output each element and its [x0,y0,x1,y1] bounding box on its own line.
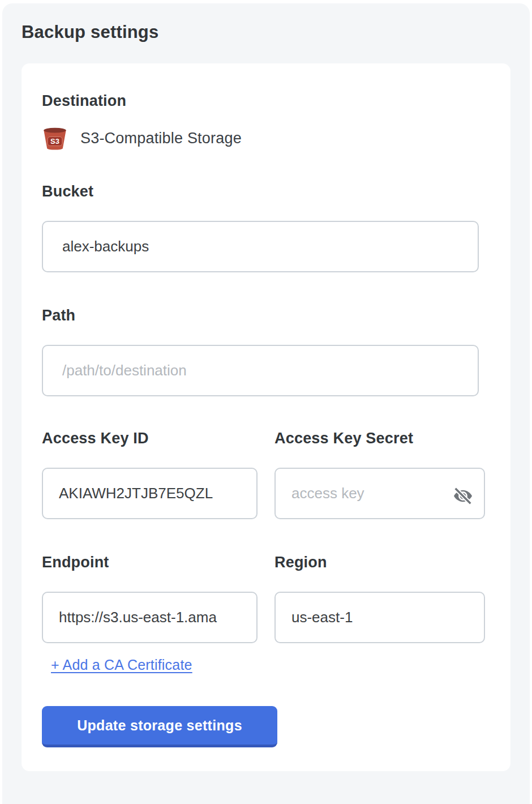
bucket-label: Bucket [42,182,479,200]
access-key-secret-label: Access Key Secret [274,429,485,447]
access-key-row: Access Key ID Access Key Secret [42,429,479,519]
path-label: Path [42,306,479,324]
bucket-input[interactable] [42,221,479,272]
destination-label: Destination [42,92,479,110]
svg-text:S3: S3 [50,137,59,146]
endpoint-region-row: Endpoint Region [42,553,479,643]
access-key-id-input[interactable] [42,468,258,519]
destination-row: S3 S3-Compatible Storage [42,125,479,152]
region-input[interactable] [274,592,485,643]
add-ca-certificate-link[interactable]: + Add a CA Certificate [51,657,192,673]
region-label: Region [274,553,485,571]
endpoint-input[interactable] [42,592,258,643]
update-storage-settings-button[interactable]: Update storage settings [42,706,277,747]
access-key-secret-field [274,468,485,519]
destination-value: S3-Compatible Storage [80,130,242,147]
path-input[interactable] [42,345,479,396]
access-key-id-label: Access Key ID [42,429,258,447]
page-title: Backup settings [2,3,530,43]
backup-settings-card: Destination S3 S3-Compatible Storage Buc… [22,63,510,771]
endpoint-label: Endpoint [42,553,258,571]
eye-slash-icon[interactable] [452,485,474,507]
s3-bucket-icon: S3 [42,125,68,151]
page-background: Backup settings Destination S3 S3-Compat… [2,3,530,804]
